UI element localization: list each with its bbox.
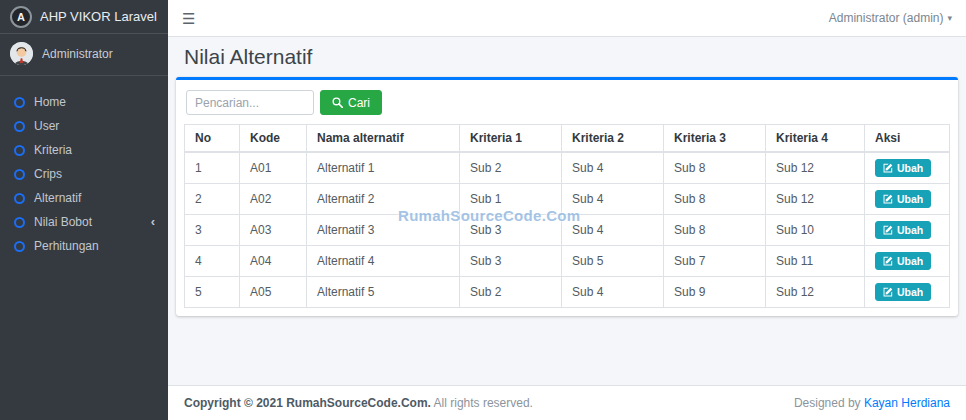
circle-icon (14, 97, 25, 108)
sidebar-item-user[interactable]: User (0, 114, 168, 138)
cell-kriteria1: Sub 2 (460, 152, 562, 184)
footer-designed-by: Designed by (794, 396, 861, 410)
edit-icon (883, 163, 893, 173)
circle-icon (14, 217, 25, 228)
cell-nama: Alternatif 5 (307, 277, 460, 308)
search-input[interactable] (186, 90, 314, 115)
cell-kriteria4: Sub 11 (766, 246, 865, 277)
cell-aksi: Ubah (865, 246, 950, 277)
sidebar-item-home[interactable]: Home (0, 90, 168, 114)
edit-button-label: Ubah (897, 162, 923, 174)
cell-kriteria1: Sub 1 (460, 184, 562, 215)
cell-nama: Alternatif 2 (307, 184, 460, 215)
sidebar-item-label: Crips (34, 167, 62, 181)
edit-button-label: Ubah (897, 286, 923, 298)
sidebar-item-perhitungan[interactable]: Perhitungan (0, 234, 168, 258)
sidebar-item-alternatif[interactable]: Alternatif (0, 186, 168, 210)
sidebar-item-label: Nilai Bobot (34, 215, 92, 229)
footer: Copyright © 2021 RumahSourceCode.Com. Al… (168, 385, 966, 420)
sidebar: A AHP VIKOR Laravel Administrator Home (0, 0, 168, 420)
search-button-label: Cari (348, 96, 370, 110)
cell-kriteria2: Sub 4 (562, 277, 664, 308)
edit-button[interactable]: Ubah (875, 283, 931, 301)
table-row: 5A05Alternatif 5Sub 2Sub 4Sub 9Sub 12Uba… (185, 277, 950, 308)
page-title: Nilai Alternatif (184, 45, 958, 69)
cell-kriteria4: Sub 12 (766, 152, 865, 184)
cell-kriteria3: Sub 9 (664, 277, 766, 308)
cell-kriteria1: Sub 3 (460, 215, 562, 246)
content-area: Nilai Alternatif Cari (168, 37, 966, 385)
edit-button[interactable]: Ubah (875, 159, 931, 177)
cell-nama: Alternatif 3 (307, 215, 460, 246)
sidebar-item-label: Alternatif (34, 191, 81, 205)
column-header-aksi: Aksi (865, 125, 950, 153)
circle-icon (14, 121, 25, 132)
table-row: 3A03Alternatif 3Sub 3Sub 4Sub 8Sub 10Uba… (185, 215, 950, 246)
edit-button[interactable]: Ubah (875, 252, 931, 270)
cell-kriteria2: Sub 4 (562, 215, 664, 246)
column-header-kriteria4: Kriteria 4 (766, 125, 865, 153)
user-name: Administrator (42, 47, 113, 61)
cell-kriteria4: Sub 12 (766, 277, 865, 308)
card-body: Cari No Kode Nama (176, 80, 958, 316)
cell-kriteria2: Sub 4 (562, 152, 664, 184)
cell-kriteria4: Sub 10 (766, 215, 865, 246)
hamburger-menu-icon[interactable]: ☰ (182, 11, 195, 26)
edit-icon (883, 287, 893, 297)
cell-kode: A05 (240, 277, 307, 308)
edit-button[interactable]: Ubah (875, 190, 931, 208)
sidebar-item-label: Perhitungan (34, 239, 99, 253)
avatar (10, 42, 33, 65)
column-header-no: No (185, 125, 240, 153)
user-dropdown-label: Administrator (admin) (829, 11, 944, 25)
designer-link[interactable]: Kayan Herdiana (864, 396, 950, 410)
edit-button-label: Ubah (897, 193, 923, 205)
app-window: A AHP VIKOR Laravel Administrator Home (0, 0, 966, 420)
nilai-alternatif-card: Cari No Kode Nama (176, 77, 958, 316)
footer-copyright-rest: All rights reserved. (434, 396, 533, 410)
column-header-kriteria3: Kriteria 3 (664, 125, 766, 153)
cell-no: 3 (185, 215, 240, 246)
main-area: ☰ Administrator (admin) ▾ Nilai Alternat… (168, 0, 966, 420)
column-header-kode: Kode (240, 125, 307, 153)
table-row: 4A04Alternatif 4Sub 3Sub 5Sub 7Sub 11Uba… (185, 246, 950, 277)
sidebar-item-crips[interactable]: Crips (0, 162, 168, 186)
sidebar-item-kriteria[interactable]: Kriteria (0, 138, 168, 162)
edit-icon (883, 256, 893, 266)
edit-icon (883, 225, 893, 235)
column-header-nama: Nama alternatif (307, 125, 460, 153)
sidebar-item-label: User (34, 119, 59, 133)
column-header-kriteria2: Kriteria 2 (562, 125, 664, 153)
cell-aksi: Ubah (865, 277, 950, 308)
circle-icon (14, 193, 25, 204)
cell-aksi: Ubah (865, 152, 950, 184)
edit-button-label: Ubah (897, 224, 923, 236)
footer-credit: Designed by Kayan Herdiana (794, 396, 950, 410)
edit-button[interactable]: Ubah (875, 221, 931, 239)
circle-icon (14, 241, 25, 252)
cell-kriteria3: Sub 8 (664, 152, 766, 184)
cell-kriteria2: Sub 4 (562, 184, 664, 215)
cell-kriteria3: Sub 7 (664, 246, 766, 277)
cell-nama: Alternatif 4 (307, 246, 460, 277)
cell-kriteria2: Sub 5 (562, 246, 664, 277)
edit-button-label: Ubah (897, 255, 923, 267)
cell-kriteria1: Sub 2 (460, 277, 562, 308)
cell-kode: A01 (240, 152, 307, 184)
brand-link[interactable]: A AHP VIKOR Laravel (0, 0, 168, 34)
search-button[interactable]: Cari (320, 90, 382, 115)
user-panel[interactable]: Administrator (0, 34, 168, 76)
cell-nama: Alternatif 1 (307, 152, 460, 184)
user-dropdown[interactable]: Administrator (admin) ▾ (829, 11, 952, 25)
sidebar-item-nilai-bobot[interactable]: Nilai Bobot ‹ (0, 210, 168, 234)
table-row: 2A02Alternatif 2Sub 1Sub 4Sub 8Sub 12Uba… (185, 184, 950, 215)
cell-kode: A04 (240, 246, 307, 277)
sidebar-item-label: Home (34, 95, 66, 109)
circle-icon (14, 169, 25, 180)
cell-kriteria1: Sub 3 (460, 246, 562, 277)
search-bar: Cari (184, 88, 950, 117)
cell-kode: A02 (240, 184, 307, 215)
chevron-left-icon: ‹ (151, 214, 155, 230)
footer-copyright: Copyright © 2021 RumahSourceCode.Com. Al… (184, 396, 533, 410)
cell-no: 5 (185, 277, 240, 308)
